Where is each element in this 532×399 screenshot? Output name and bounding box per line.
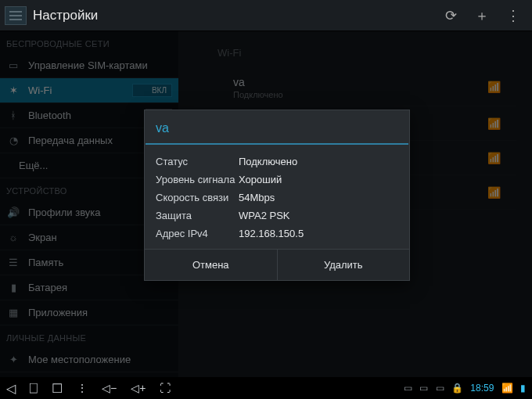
row-value: Хороший (239, 174, 282, 185)
system-bar: ◁ ⎕ ☐ ⋮ ◁− ◁+ ⛶ ▭ ▭ ▭ 🔒 18:59 📶 ▮ (0, 377, 532, 399)
dialog-row-signal: Уровень сигнала Хороший (156, 171, 398, 189)
wifi-status-icon: 📶 (501, 383, 513, 394)
home-icon[interactable]: ⎕ (30, 381, 38, 395)
notify-icon: ▭ (436, 383, 444, 394)
forget-button[interactable]: Удалить (278, 250, 410, 280)
row-value: 192.168.150.5 (239, 228, 304, 239)
dialog-row-security: Защита WPA2 PSK (156, 207, 398, 225)
dialog-row-speed: Скорость связи 54Mbps (156, 189, 398, 207)
app-header: Настройки ⟳ ＋ ⋮ (0, 0, 532, 31)
row-label: Скорость связи (156, 192, 239, 203)
dialog-separator (146, 143, 408, 145)
back-icon[interactable]: ◁ (6, 381, 16, 396)
notify-icon: ▭ (419, 383, 428, 394)
screenshot-icon[interactable]: ⛶ (160, 382, 171, 394)
row-label: Защита (156, 210, 239, 221)
recents-icon[interactable]: ☐ (52, 381, 63, 396)
row-label: Адрес IPv4 (156, 228, 239, 239)
notify-icon: ▭ (404, 383, 412, 394)
cancel-button[interactable]: Отмена (145, 250, 278, 280)
volume-up-icon[interactable]: ◁+ (131, 382, 146, 394)
refresh-icon[interactable]: ⟳ (442, 7, 461, 24)
menu-icon[interactable]: ⋮ (77, 382, 88, 394)
row-value: Подключено (239, 156, 297, 167)
row-label: Уровень сигнала (156, 174, 239, 185)
row-value: WPA2 PSK (239, 210, 290, 221)
row-label: Статус (156, 156, 239, 167)
dialog-row-ipv4: Адрес IPv4 192.168.150.5 (156, 225, 398, 243)
dialog-title: va (145, 110, 409, 143)
lock-icon: 🔒 (451, 383, 463, 394)
screen: Настройки ⟳ ＋ ⋮ БЕСПРОВОДНЫЕ СЕТИ ▭ Упра… (0, 0, 532, 399)
volume-down-icon[interactable]: ◁− (102, 382, 117, 394)
clock: 18:59 (470, 383, 494, 394)
settings-app-icon (5, 6, 27, 25)
battery-status-icon: ▮ (520, 383, 526, 394)
status-tray[interactable]: ▭ ▭ ▭ 🔒 18:59 📶 ▮ (399, 383, 526, 394)
header-actions: ⟳ ＋ ⋮ (437, 6, 527, 25)
app-title: Настройки (33, 8, 437, 23)
overflow-menu-icon[interactable]: ⋮ (504, 7, 523, 24)
dialog-buttons: Отмена Удалить (145, 249, 409, 280)
dialog-body: Статус Подключено Уровень сигнала Хороши… (145, 151, 409, 249)
wifi-network-dialog: va Статус Подключено Уровень сигнала Хор… (144, 110, 410, 281)
row-value: 54Mbps (239, 192, 275, 203)
dialog-row-status: Статус Подключено (156, 153, 398, 171)
add-icon[interactable]: ＋ (473, 6, 491, 25)
